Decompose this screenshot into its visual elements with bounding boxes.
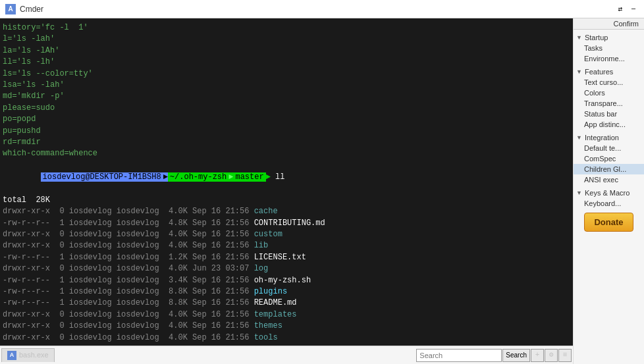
- file-entry: -rw-r--r-- 1 iosdevlog iosdevlog 4.8K Se…: [3, 218, 570, 229]
- sidebar-section-startup-header[interactable]: ▼ Startup: [574, 32, 644, 43]
- search-button[interactable]: Search: [502, 349, 530, 362]
- app-icon: A: [5, 4, 16, 14]
- terminal-line: which-command=whence: [3, 148, 570, 159]
- sidebar-item-ansi-exec[interactable]: ANSI exec: [574, 174, 644, 185]
- sidebar-item-keyboard[interactable]: Keyboard...: [574, 198, 644, 209]
- file-entry: drwxr-xr-x 0 iosdevlog iosdevlog 4.0K Se…: [3, 321, 570, 332]
- file-entry: drwxr-xr-x 0 iosdevlog iosdevlog 4.0K Se…: [3, 240, 570, 251]
- terminal-line: md='mkdir -p': [3, 91, 570, 102]
- terminal-line: po=popd: [3, 114, 570, 125]
- terminal-content: history='fc -l 1' l='ls -lah' la='ls -lA…: [0, 21, 573, 342]
- sidebar-section-integration-header[interactable]: ▼ Integration: [574, 132, 644, 143]
- expand-arrow: ▼: [576, 68, 582, 75]
- file-entry: -rw-r--r-- 1 iosdevlog iosdevlog 1.2K Se…: [3, 252, 570, 263]
- terminal-line: la='ls -lAh': [3, 45, 570, 57]
- search-bar: Search + ⚙ ≡: [416, 349, 572, 362]
- confirm-label: Confirm: [613, 20, 639, 28]
- expand-arrow: ▼: [576, 34, 582, 41]
- file-entry: -rw-r--r-- 1 iosdevlog iosdevlog 8.8K Se…: [3, 286, 570, 298]
- prompt-line: iosdevlog@DESKTOP-IM1BSH8►~/.oh-my-zsh►m…: [3, 161, 570, 195]
- section-features-label: Features: [585, 68, 613, 76]
- file-entry: -rw-r--r-- 1 iosdevlog iosdevlog 8.8K Se…: [3, 298, 570, 309]
- sidebar-item-transparency[interactable]: Transpare...: [574, 98, 644, 109]
- sidebar-item-colors[interactable]: Colors: [574, 88, 644, 98]
- add-tab-button[interactable]: +: [531, 349, 544, 362]
- tab-bash[interactable]: A bash.exe: [1, 348, 55, 362]
- expand-arrow: ▼: [576, 134, 582, 141]
- tab-label: bash.exe: [19, 350, 49, 361]
- file-entry: drwxr-xr-x 0 iosdevlog iosdevlog 4.0K Se…: [3, 206, 570, 217]
- sidebar-section-features-header[interactable]: ▼ Features: [574, 66, 644, 77]
- sidebar-section-keys-header[interactable]: ▼ Keys & Macro: [574, 188, 644, 198]
- file-entry: -rw-r--r-- 1 iosdevlog iosdevlog 3.4K Se…: [3, 275, 570, 286]
- file-entry: drwxr-xr-x 0 iosdevlog iosdevlog 4.0K Se…: [3, 229, 570, 240]
- terminal-line: ll='ls -lh': [3, 57, 570, 68]
- minimize-button[interactable]: —: [628, 4, 639, 14]
- sidebar-section-keys-macro: ▼ Keys & Macro Keyboard...: [574, 188, 644, 209]
- sidebar-item-default-te[interactable]: Default te...: [574, 143, 644, 153]
- sidebar-item-environment[interactable]: Environme...: [574, 53, 644, 64]
- terminal-line: history='fc -l 1': [3, 22, 570, 34]
- terminal-line: l='ls -lah': [3, 34, 570, 45]
- sidebar-item-tasks[interactable]: Tasks: [574, 43, 644, 53]
- window-title: Cmder: [20, 5, 43, 14]
- section-integration-label: Integration: [585, 134, 619, 142]
- sidebar-section-features: ▼ Features Text curso... Colors Transpar…: [574, 66, 644, 130]
- sidebar-section-integration: ▼ Integration Default te... ComSpec Chil…: [574, 132, 644, 185]
- terminal-line: please=sudo: [3, 103, 570, 114]
- bottom-statusbar: A bash.exe Search + ⚙ ≡: [0, 346, 573, 364]
- title-bar: A Cmder ⇄ —: [0, 0, 644, 18]
- expand-arrow: ▼: [576, 190, 582, 196]
- terminal-line: pu=pushd: [3, 126, 570, 137]
- bash-icon: A: [7, 351, 16, 360]
- sidebar-item-text-cursor[interactable]: Text curso...: [574, 77, 644, 88]
- terminal-line: rd=rmdir: [3, 137, 570, 148]
- section-keys-label: Keys & Macro: [585, 189, 630, 197]
- file-entry: drwxr-xr-x 0 iosdevlog iosdevlog 4.0K Ju…: [3, 263, 570, 274]
- terminal-line: ls='ls --color=tty': [3, 68, 570, 80]
- sidebar-item-app-distinct[interactable]: App distinc...: [574, 119, 644, 130]
- file-entry: drwxr-xr-x 0 iosdevlog iosdevlog 4.0K Se…: [3, 309, 570, 321]
- section-startup-label: Startup: [585, 34, 608, 41]
- sidebar-item-children-gl[interactable]: Children Gl...: [574, 164, 644, 174]
- sidebar-item-comspec[interactable]: ComSpec: [574, 153, 644, 164]
- sidebar: Confirm ▼ Startup Tasks Environme... ▼ F…: [573, 18, 644, 364]
- confirm-bar: Confirm: [574, 18, 644, 30]
- terminal-area: history='fc -l 1' l='ls -lah' la='ls -lA…: [0, 18, 573, 364]
- terminal-line: total 28K: [3, 195, 570, 206]
- sidebar-section-startup: ▼ Startup Tasks Environme...: [574, 32, 644, 64]
- scroll-button[interactable]: ≡: [558, 349, 572, 362]
- terminal-line: lsa='ls -lah': [3, 80, 570, 91]
- donate-button[interactable]: Donate: [584, 213, 633, 232]
- restore-button[interactable]: ⇄: [615, 4, 626, 14]
- sidebar-item-status-bar[interactable]: Status bar: [574, 109, 644, 119]
- settings-button[interactable]: ⚙: [545, 349, 558, 362]
- search-input[interactable]: [416, 349, 502, 362]
- file-entry: drwxr-xr-x 0 iosdevlog iosdevlog 4.0K Se…: [3, 332, 570, 342]
